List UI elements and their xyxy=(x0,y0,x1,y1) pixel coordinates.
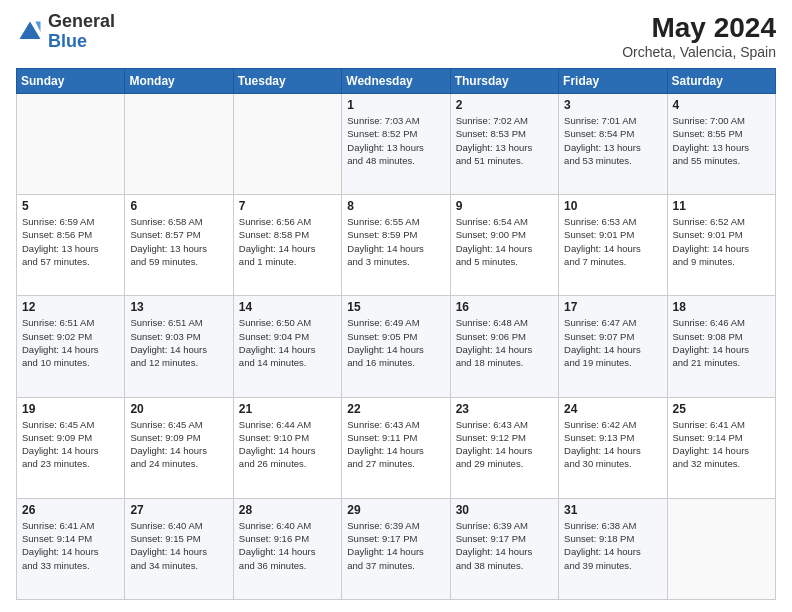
day-cell-22: 22Sunrise: 6:43 AM Sunset: 9:11 PM Dayli… xyxy=(342,397,450,498)
week-row-3: 12Sunrise: 6:51 AM Sunset: 9:02 PM Dayli… xyxy=(17,296,776,397)
day-number: 20 xyxy=(130,402,227,416)
weekday-header-friday: Friday xyxy=(559,69,667,94)
day-cell-11: 11Sunrise: 6:52 AM Sunset: 9:01 PM Dayli… xyxy=(667,195,775,296)
day-cell-9: 9Sunrise: 6:54 AM Sunset: 9:00 PM Daylig… xyxy=(450,195,558,296)
day-cell-4: 4Sunrise: 7:00 AM Sunset: 8:55 PM Daylig… xyxy=(667,94,775,195)
logo-general-text: General xyxy=(48,11,115,31)
empty-cell xyxy=(667,498,775,599)
day-number: 19 xyxy=(22,402,119,416)
day-cell-20: 20Sunrise: 6:45 AM Sunset: 9:09 PM Dayli… xyxy=(125,397,233,498)
logo: General Blue xyxy=(16,12,115,52)
day-cell-16: 16Sunrise: 6:48 AM Sunset: 9:06 PM Dayli… xyxy=(450,296,558,397)
day-number: 5 xyxy=(22,199,119,213)
day-info: Sunrise: 6:52 AM Sunset: 9:01 PM Dayligh… xyxy=(673,215,770,268)
day-number: 14 xyxy=(239,300,336,314)
day-info: Sunrise: 6:59 AM Sunset: 8:56 PM Dayligh… xyxy=(22,215,119,268)
calendar-header: SundayMondayTuesdayWednesdayThursdayFrid… xyxy=(17,69,776,94)
day-cell-1: 1Sunrise: 7:03 AM Sunset: 8:52 PM Daylig… xyxy=(342,94,450,195)
day-cell-17: 17Sunrise: 6:47 AM Sunset: 9:07 PM Dayli… xyxy=(559,296,667,397)
day-cell-25: 25Sunrise: 6:41 AM Sunset: 9:14 PM Dayli… xyxy=(667,397,775,498)
day-info: Sunrise: 6:50 AM Sunset: 9:04 PM Dayligh… xyxy=(239,316,336,369)
day-info: Sunrise: 6:58 AM Sunset: 8:57 PM Dayligh… xyxy=(130,215,227,268)
day-number: 22 xyxy=(347,402,444,416)
week-row-5: 26Sunrise: 6:41 AM Sunset: 9:14 PM Dayli… xyxy=(17,498,776,599)
day-info: Sunrise: 6:51 AM Sunset: 9:02 PM Dayligh… xyxy=(22,316,119,369)
day-info: Sunrise: 6:46 AM Sunset: 9:08 PM Dayligh… xyxy=(673,316,770,369)
day-info: Sunrise: 6:39 AM Sunset: 9:17 PM Dayligh… xyxy=(347,519,444,572)
day-number: 30 xyxy=(456,503,553,517)
svg-marker-1 xyxy=(35,21,40,32)
day-info: Sunrise: 6:44 AM Sunset: 9:10 PM Dayligh… xyxy=(239,418,336,471)
day-info: Sunrise: 6:43 AM Sunset: 9:11 PM Dayligh… xyxy=(347,418,444,471)
header: General Blue May 2024 Orcheta, Valencia,… xyxy=(16,12,776,60)
empty-cell xyxy=(233,94,341,195)
day-cell-7: 7Sunrise: 6:56 AM Sunset: 8:58 PM Daylig… xyxy=(233,195,341,296)
day-info: Sunrise: 6:55 AM Sunset: 8:59 PM Dayligh… xyxy=(347,215,444,268)
day-number: 23 xyxy=(456,402,553,416)
day-cell-13: 13Sunrise: 6:51 AM Sunset: 9:03 PM Dayli… xyxy=(125,296,233,397)
day-number: 15 xyxy=(347,300,444,314)
day-cell-26: 26Sunrise: 6:41 AM Sunset: 9:14 PM Dayli… xyxy=(17,498,125,599)
day-number: 31 xyxy=(564,503,661,517)
week-row-4: 19Sunrise: 6:45 AM Sunset: 9:09 PM Dayli… xyxy=(17,397,776,498)
day-number: 7 xyxy=(239,199,336,213)
day-cell-29: 29Sunrise: 6:39 AM Sunset: 9:17 PM Dayli… xyxy=(342,498,450,599)
day-number: 27 xyxy=(130,503,227,517)
day-number: 12 xyxy=(22,300,119,314)
weekday-header-tuesday: Tuesday xyxy=(233,69,341,94)
day-cell-21: 21Sunrise: 6:44 AM Sunset: 9:10 PM Dayli… xyxy=(233,397,341,498)
weekday-header-saturday: Saturday xyxy=(667,69,775,94)
day-info: Sunrise: 7:03 AM Sunset: 8:52 PM Dayligh… xyxy=(347,114,444,167)
day-info: Sunrise: 6:42 AM Sunset: 9:13 PM Dayligh… xyxy=(564,418,661,471)
day-number: 16 xyxy=(456,300,553,314)
day-info: Sunrise: 6:54 AM Sunset: 9:00 PM Dayligh… xyxy=(456,215,553,268)
day-cell-10: 10Sunrise: 6:53 AM Sunset: 9:01 PM Dayli… xyxy=(559,195,667,296)
day-cell-2: 2Sunrise: 7:02 AM Sunset: 8:53 PM Daylig… xyxy=(450,94,558,195)
day-number: 13 xyxy=(130,300,227,314)
day-cell-27: 27Sunrise: 6:40 AM Sunset: 9:15 PM Dayli… xyxy=(125,498,233,599)
day-number: 21 xyxy=(239,402,336,416)
day-number: 4 xyxy=(673,98,770,112)
empty-cell xyxy=(17,94,125,195)
week-row-2: 5Sunrise: 6:59 AM Sunset: 8:56 PM Daylig… xyxy=(17,195,776,296)
day-number: 17 xyxy=(564,300,661,314)
day-info: Sunrise: 6:40 AM Sunset: 9:16 PM Dayligh… xyxy=(239,519,336,572)
day-number: 1 xyxy=(347,98,444,112)
logo-icon xyxy=(16,18,44,46)
day-cell-14: 14Sunrise: 6:50 AM Sunset: 9:04 PM Dayli… xyxy=(233,296,341,397)
weekday-row: SundayMondayTuesdayWednesdayThursdayFrid… xyxy=(17,69,776,94)
day-number: 25 xyxy=(673,402,770,416)
day-info: Sunrise: 6:43 AM Sunset: 9:12 PM Dayligh… xyxy=(456,418,553,471)
day-info: Sunrise: 6:49 AM Sunset: 9:05 PM Dayligh… xyxy=(347,316,444,369)
day-cell-19: 19Sunrise: 6:45 AM Sunset: 9:09 PM Dayli… xyxy=(17,397,125,498)
day-cell-23: 23Sunrise: 6:43 AM Sunset: 9:12 PM Dayli… xyxy=(450,397,558,498)
calendar-body: 1Sunrise: 7:03 AM Sunset: 8:52 PM Daylig… xyxy=(17,94,776,600)
day-number: 24 xyxy=(564,402,661,416)
day-info: Sunrise: 7:02 AM Sunset: 8:53 PM Dayligh… xyxy=(456,114,553,167)
day-info: Sunrise: 6:51 AM Sunset: 9:03 PM Dayligh… xyxy=(130,316,227,369)
weekday-header-sunday: Sunday xyxy=(17,69,125,94)
title-block: May 2024 Orcheta, Valencia, Spain xyxy=(622,12,776,60)
day-info: Sunrise: 6:56 AM Sunset: 8:58 PM Dayligh… xyxy=(239,215,336,268)
weekday-header-thursday: Thursday xyxy=(450,69,558,94)
location: Orcheta, Valencia, Spain xyxy=(622,44,776,60)
day-cell-6: 6Sunrise: 6:58 AM Sunset: 8:57 PM Daylig… xyxy=(125,195,233,296)
day-cell-18: 18Sunrise: 6:46 AM Sunset: 9:08 PM Dayli… xyxy=(667,296,775,397)
day-cell-24: 24Sunrise: 6:42 AM Sunset: 9:13 PM Dayli… xyxy=(559,397,667,498)
day-number: 8 xyxy=(347,199,444,213)
day-info: Sunrise: 6:45 AM Sunset: 9:09 PM Dayligh… xyxy=(22,418,119,471)
day-info: Sunrise: 6:38 AM Sunset: 9:18 PM Dayligh… xyxy=(564,519,661,572)
week-row-1: 1Sunrise: 7:03 AM Sunset: 8:52 PM Daylig… xyxy=(17,94,776,195)
day-cell-3: 3Sunrise: 7:01 AM Sunset: 8:54 PM Daylig… xyxy=(559,94,667,195)
empty-cell xyxy=(125,94,233,195)
day-info: Sunrise: 6:47 AM Sunset: 9:07 PM Dayligh… xyxy=(564,316,661,369)
day-cell-8: 8Sunrise: 6:55 AM Sunset: 8:59 PM Daylig… xyxy=(342,195,450,296)
day-number: 29 xyxy=(347,503,444,517)
day-info: Sunrise: 7:01 AM Sunset: 8:54 PM Dayligh… xyxy=(564,114,661,167)
day-number: 9 xyxy=(456,199,553,213)
day-cell-31: 31Sunrise: 6:38 AM Sunset: 9:18 PM Dayli… xyxy=(559,498,667,599)
day-info: Sunrise: 6:53 AM Sunset: 9:01 PM Dayligh… xyxy=(564,215,661,268)
day-number: 3 xyxy=(564,98,661,112)
weekday-header-monday: Monday xyxy=(125,69,233,94)
day-number: 28 xyxy=(239,503,336,517)
